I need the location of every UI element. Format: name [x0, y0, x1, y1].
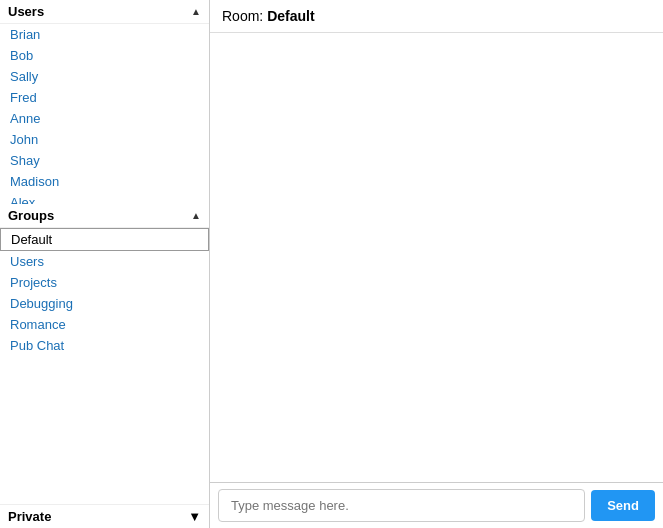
chat-header: Room: Default: [210, 0, 663, 33]
sidebar-item-group[interactable]: Pub Chat: [0, 335, 209, 356]
private-collapse-arrow[interactable]: ▼: [188, 509, 201, 524]
sidebar-item-user[interactable]: Anne: [0, 108, 209, 129]
users-list: BrianBobSallyFredAnneJohnShayMadisonAlex…: [0, 24, 209, 204]
sidebar-item-group[interactable]: Default: [0, 228, 209, 251]
groups-header-label: Groups: [8, 208, 54, 223]
private-header-label: Private: [8, 509, 51, 524]
sidebar-item-group[interactable]: Users: [0, 251, 209, 272]
message-input[interactable]: [218, 489, 585, 522]
sidebar-item-group[interactable]: Projects: [0, 272, 209, 293]
users-section-header: Users ▲: [0, 0, 209, 24]
users-header-label: Users: [8, 4, 44, 19]
sidebar-item-user[interactable]: Shay: [0, 150, 209, 171]
sidebar-item-user[interactable]: Alex: [0, 192, 209, 204]
send-button[interactable]: Send: [591, 490, 655, 521]
sidebar-item-user[interactable]: Brian: [0, 24, 209, 45]
room-name: Default: [267, 8, 314, 24]
main-chat-area: Room: Default Send: [210, 0, 663, 528]
messages-container: [210, 33, 663, 482]
sidebar-item-user[interactable]: Fred: [0, 87, 209, 108]
sidebar-item-user[interactable]: Madison: [0, 171, 209, 192]
sidebar-item-group[interactable]: Romance: [0, 314, 209, 335]
sidebar-item-user[interactable]: Sally: [0, 66, 209, 87]
groups-section-header: Groups ▲: [0, 204, 209, 228]
room-label: Room:: [222, 8, 267, 24]
sidebar-item-group[interactable]: Debugging: [0, 293, 209, 314]
users-collapse-arrow[interactable]: ▲: [191, 6, 201, 17]
groups-collapse-arrow[interactable]: ▲: [191, 210, 201, 221]
sidebar-item-user[interactable]: Bob: [0, 45, 209, 66]
sidebar-item-user[interactable]: John: [0, 129, 209, 150]
private-section-header: Private ▼: [0, 504, 209, 528]
sidebar: Users ▲ BrianBobSallyFredAnneJohnShayMad…: [0, 0, 210, 528]
input-area: Send: [210, 482, 663, 528]
groups-list: DefaultUsersProjectsDebuggingRomancePub …: [0, 228, 209, 388]
